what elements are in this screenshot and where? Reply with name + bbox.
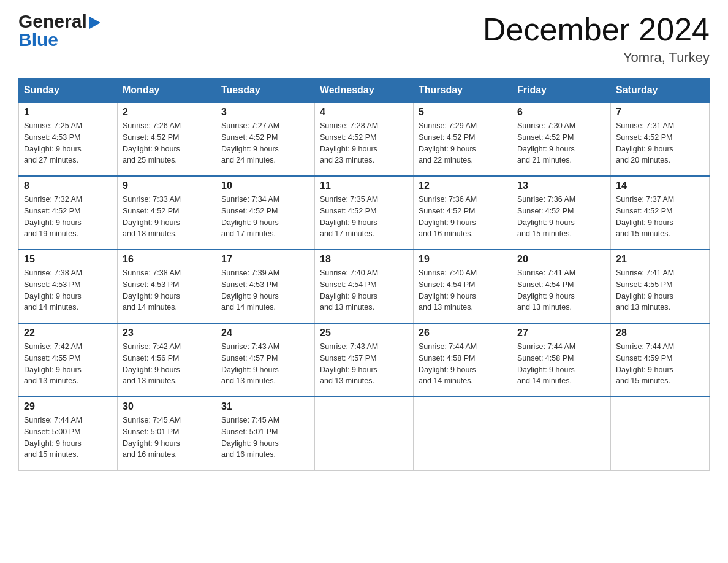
day-number: 22 [24,327,112,339]
day-info: Sunrise: 7:40 AM Sunset: 4:54 PM Dayligh… [320,267,408,313]
day-info: Sunrise: 7:28 AM Sunset: 4:52 PM Dayligh… [320,120,408,166]
day-info: Sunrise: 7:44 AM Sunset: 4:58 PM Dayligh… [517,341,605,387]
day-cell-19: 19 Sunrise: 7:40 AM Sunset: 4:54 PM Dayl… [414,250,512,323]
header-friday: Friday [512,79,611,103]
day-number: 5 [419,107,507,118]
day-number: 15 [24,254,112,265]
day-cell-5: 5 Sunrise: 7:29 AM Sunset: 4:52 PM Dayli… [414,102,512,176]
day-cell-20: 20 Sunrise: 7:41 AM Sunset: 4:54 PM Dayl… [512,250,611,323]
day-cell-2: 2 Sunrise: 7:26 AM Sunset: 4:52 PM Dayli… [118,102,216,176]
empty-cell-w4-c4 [414,397,512,470]
day-info: Sunrise: 7:35 AM Sunset: 4:52 PM Dayligh… [320,194,408,240]
day-info: Sunrise: 7:45 AM Sunset: 5:01 PM Dayligh… [123,415,211,461]
day-number: 18 [320,254,408,265]
day-cell-29: 29 Sunrise: 7:44 AM Sunset: 5:00 PM Dayl… [19,397,118,470]
day-number: 25 [320,327,408,339]
header-sunday: Sunday [19,79,118,103]
day-number: 9 [123,180,211,191]
day-info: Sunrise: 7:38 AM Sunset: 4:53 PM Dayligh… [123,267,211,313]
svg-marker-0 [89,17,100,29]
calendar-header: SundayMondayTuesdayWednesdayThursdayFrid… [19,79,710,103]
day-cell-24: 24 Sunrise: 7:43 AM Sunset: 4:57 PM Dayl… [216,323,315,397]
empty-cell-w4-c5 [512,397,611,470]
day-cell-11: 11 Sunrise: 7:35 AM Sunset: 4:52 PM Dayl… [315,176,414,250]
day-number: 28 [616,327,704,339]
logo-blue: Blue [18,29,58,50]
day-info: Sunrise: 7:41 AM Sunset: 4:54 PM Dayligh… [517,267,605,313]
calendar-table: SundayMondayTuesdayWednesdayThursdayFrid… [18,78,710,471]
day-number: 3 [221,107,309,118]
day-cell-8: 8 Sunrise: 7:32 AM Sunset: 4:52 PM Dayli… [19,176,118,250]
day-number: 26 [419,327,507,339]
day-number: 19 [419,254,507,265]
day-number: 6 [517,107,605,118]
day-number: 2 [123,107,211,118]
day-info: Sunrise: 7:44 AM Sunset: 5:00 PM Dayligh… [24,415,112,461]
day-number: 17 [221,254,309,265]
header-monday: Monday [118,79,216,103]
day-number: 8 [24,180,112,191]
day-cell-26: 26 Sunrise: 7:44 AM Sunset: 4:58 PM Dayl… [414,323,512,397]
day-cell-10: 10 Sunrise: 7:34 AM Sunset: 4:52 PM Dayl… [216,176,315,250]
day-info: Sunrise: 7:32 AM Sunset: 4:52 PM Dayligh… [24,194,112,240]
day-number: 4 [320,107,408,118]
day-info: Sunrise: 7:29 AM Sunset: 4:52 PM Dayligh… [419,120,507,166]
week-row-3: 15 Sunrise: 7:38 AM Sunset: 4:53 PM Dayl… [19,250,710,323]
day-cell-6: 6 Sunrise: 7:30 AM Sunset: 4:52 PM Dayli… [512,102,611,176]
day-number: 27 [517,327,605,339]
day-number: 11 [320,180,408,191]
day-info: Sunrise: 7:43 AM Sunset: 4:57 PM Dayligh… [221,341,309,387]
day-number: 16 [123,254,211,265]
week-row-2: 8 Sunrise: 7:32 AM Sunset: 4:52 PM Dayli… [19,176,710,250]
title-section: December 2024 Yomra, Turkey [483,12,710,66]
day-info: Sunrise: 7:42 AM Sunset: 4:56 PM Dayligh… [123,341,211,387]
logo: General Blue [18,12,100,49]
day-cell-22: 22 Sunrise: 7:42 AM Sunset: 4:55 PM Dayl… [19,323,118,397]
day-cell-23: 23 Sunrise: 7:42 AM Sunset: 4:56 PM Dayl… [118,323,216,397]
day-cell-30: 30 Sunrise: 7:45 AM Sunset: 5:01 PM Dayl… [118,397,216,470]
day-number: 21 [616,254,704,265]
day-info: Sunrise: 7:44 AM Sunset: 4:58 PM Dayligh… [419,341,507,387]
day-number: 12 [419,180,507,191]
day-info: Sunrise: 7:27 AM Sunset: 4:52 PM Dayligh… [221,120,309,166]
day-info: Sunrise: 7:39 AM Sunset: 4:53 PM Dayligh… [221,267,309,313]
day-number: 24 [221,327,309,339]
empty-cell-w4-c3 [315,397,414,470]
day-cell-12: 12 Sunrise: 7:36 AM Sunset: 4:52 PM Dayl… [414,176,512,250]
day-number: 29 [24,401,112,412]
day-info: Sunrise: 7:36 AM Sunset: 4:52 PM Dayligh… [419,194,507,240]
day-info: Sunrise: 7:34 AM Sunset: 4:52 PM Dayligh… [221,194,309,240]
header-tuesday: Tuesday [216,79,315,103]
day-info: Sunrise: 7:31 AM Sunset: 4:52 PM Dayligh… [616,120,704,166]
day-info: Sunrise: 7:42 AM Sunset: 4:55 PM Dayligh… [24,341,112,387]
day-info: Sunrise: 7:37 AM Sunset: 4:52 PM Dayligh… [616,194,704,240]
empty-cell-w4-c6 [611,397,710,470]
day-number: 7 [616,107,704,118]
day-info: Sunrise: 7:30 AM Sunset: 4:52 PM Dayligh… [517,120,605,166]
day-info: Sunrise: 7:44 AM Sunset: 4:59 PM Dayligh… [616,341,704,387]
day-info: Sunrise: 7:45 AM Sunset: 5:01 PM Dayligh… [221,415,309,461]
day-cell-31: 31 Sunrise: 7:45 AM Sunset: 5:01 PM Dayl… [216,397,315,470]
location: Yomra, Turkey [483,50,710,66]
header-saturday: Saturday [611,79,710,103]
day-number: 10 [221,180,309,191]
day-cell-25: 25 Sunrise: 7:43 AM Sunset: 4:57 PM Dayl… [315,323,414,397]
day-cell-9: 9 Sunrise: 7:33 AM Sunset: 4:52 PM Dayli… [118,176,216,250]
day-info: Sunrise: 7:26 AM Sunset: 4:52 PM Dayligh… [123,120,211,166]
day-cell-18: 18 Sunrise: 7:40 AM Sunset: 4:54 PM Dayl… [315,250,414,323]
day-cell-27: 27 Sunrise: 7:44 AM Sunset: 4:58 PM Dayl… [512,323,611,397]
day-number: 30 [123,401,211,412]
day-cell-3: 3 Sunrise: 7:27 AM Sunset: 4:52 PM Dayli… [216,102,315,176]
day-info: Sunrise: 7:41 AM Sunset: 4:55 PM Dayligh… [616,267,704,313]
day-info: Sunrise: 7:40 AM Sunset: 4:54 PM Dayligh… [419,267,507,313]
day-cell-16: 16 Sunrise: 7:38 AM Sunset: 4:53 PM Dayl… [118,250,216,323]
day-info: Sunrise: 7:43 AM Sunset: 4:57 PM Dayligh… [320,341,408,387]
day-cell-7: 7 Sunrise: 7:31 AM Sunset: 4:52 PM Dayli… [611,102,710,176]
week-row-1: 1 Sunrise: 7:25 AM Sunset: 4:53 PM Dayli… [19,102,710,176]
day-info: Sunrise: 7:38 AM Sunset: 4:53 PM Dayligh… [24,267,112,313]
day-number: 14 [616,180,704,191]
header-thursday: Thursday [414,79,512,103]
logo-general: General [18,12,87,31]
week-row-4: 22 Sunrise: 7:42 AM Sunset: 4:55 PM Dayl… [19,323,710,397]
day-info: Sunrise: 7:36 AM Sunset: 4:52 PM Dayligh… [517,194,605,240]
